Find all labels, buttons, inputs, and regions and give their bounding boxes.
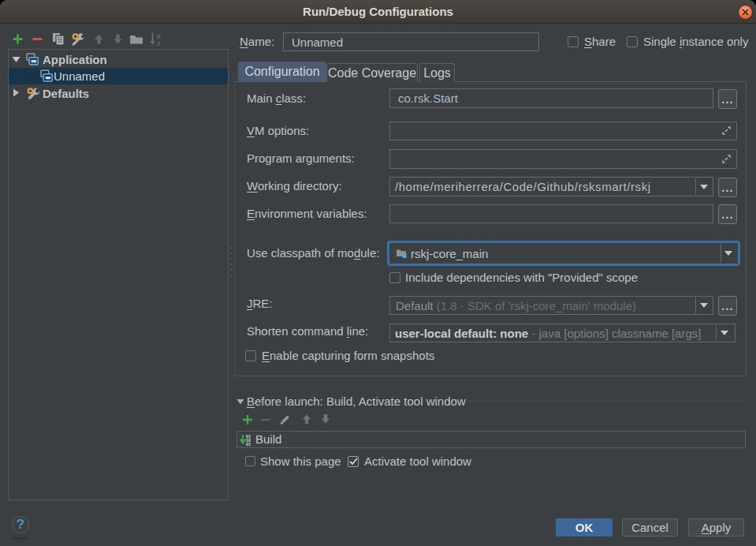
svg-text:z: z bbox=[157, 39, 161, 47]
svg-text:01: 01 bbox=[246, 442, 251, 447]
